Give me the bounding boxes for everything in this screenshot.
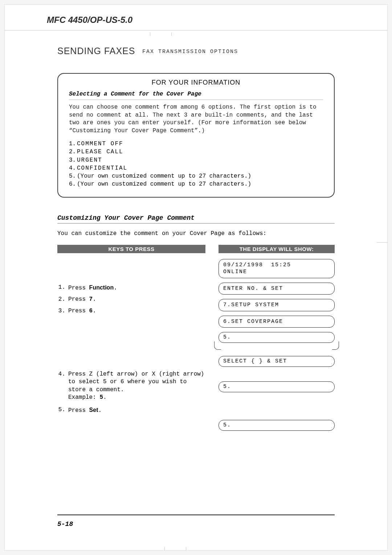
section-title: SENDING FAXES FAX TRANSMISSION OPTIONS bbox=[57, 46, 387, 56]
bottom-tab-marks bbox=[164, 547, 186, 551]
list-item: 3.URGENT bbox=[69, 156, 323, 164]
info-box-subtitle: Selecting a Comment for the Cover Page bbox=[69, 91, 323, 100]
section-title-main: SENDING FAXES bbox=[57, 46, 135, 56]
step-row: 4. Press Z (left arrow) or X (right arro… bbox=[57, 370, 205, 402]
list-item: 6.(Your own customized comment up to 27 … bbox=[69, 180, 323, 188]
info-box: FOR YOUR INFORMATION Selecting a Comment… bbox=[57, 73, 335, 198]
right-edge-tick bbox=[377, 242, 388, 243]
keys-to-press-header: KEYS TO PRESS bbox=[57, 245, 205, 253]
list-item: 4.CONFIDENTIAL bbox=[69, 164, 323, 172]
lcd-display: 7.SETUP SYSTEM bbox=[219, 299, 335, 311]
page-number: 5-18 bbox=[57, 520, 73, 528]
lcd-display: SELECT { } & SET bbox=[219, 356, 335, 367]
info-box-title: FOR YOUR INFORMATION bbox=[69, 79, 323, 86]
display-will-show-header: THE DISPLAY WILL SHOW: bbox=[219, 245, 335, 253]
lcd-display: 6.SET COVERPAGE bbox=[219, 316, 335, 328]
info-box-body: You can choose one comment from among 6 … bbox=[69, 104, 323, 135]
section-subheading: Customizing Your Cover Page Comment bbox=[57, 214, 335, 224]
page-inner: MFC 4450/OP-US-5.0 SENDING FAXES FAX TRA… bbox=[5, 5, 387, 550]
lcd-display: 09/12/1998 15:25 ONLINE bbox=[219, 259, 335, 278]
footer-rule bbox=[57, 514, 335, 515]
section-title-sub: FAX TRANSMISSION OPTIONS bbox=[142, 49, 238, 55]
list-item: 5.(Your own customized comment up to 27 … bbox=[69, 172, 323, 180]
list-item: 1.COMMENT OFF bbox=[69, 140, 323, 148]
document-header: MFC 4450/OP-US-5.0 bbox=[5, 5, 387, 30]
display-will-show-column: THE DISPLAY WILL SHOW: 09/12/1998 15:25 … bbox=[219, 245, 335, 436]
section-intro-text: You can customize the comment on your Co… bbox=[57, 230, 335, 237]
header-rule bbox=[5, 30, 387, 31]
list-item: 2.PLEASE CALL bbox=[69, 148, 323, 156]
step-row: 3. Press 6. bbox=[57, 307, 205, 315]
step-row: 1. Press Function. bbox=[57, 284, 205, 292]
lcd-display: 5. bbox=[219, 332, 335, 343]
step-row: 5. Press Set. bbox=[57, 406, 205, 415]
two-column-steps: KEYS TO PRESS 1. Press Function. 2. Pres… bbox=[57, 245, 335, 436]
step-row: 2. Press 7. bbox=[57, 296, 205, 304]
top-tab-marks bbox=[150, 32, 172, 36]
lcd-display: 5. bbox=[219, 381, 335, 392]
comment-option-list: 1.COMMENT OFF 2.PLEASE CALL 3.URGENT 4.C… bbox=[69, 140, 323, 188]
manual-page: MFC 4450/OP-US-5.0 SENDING FAXES FAX TRA… bbox=[4, 4, 388, 551]
steps-list: 1. Press Function. 2. Press 7. 3. Press … bbox=[57, 259, 205, 415]
cycle-arrow-icon bbox=[219, 344, 335, 353]
lcd-display: ENTER NO. & SET bbox=[219, 283, 335, 295]
lcd-display: 5. bbox=[219, 420, 335, 431]
keys-to-press-column: KEYS TO PRESS 1. Press Function. 2. Pres… bbox=[57, 245, 205, 436]
